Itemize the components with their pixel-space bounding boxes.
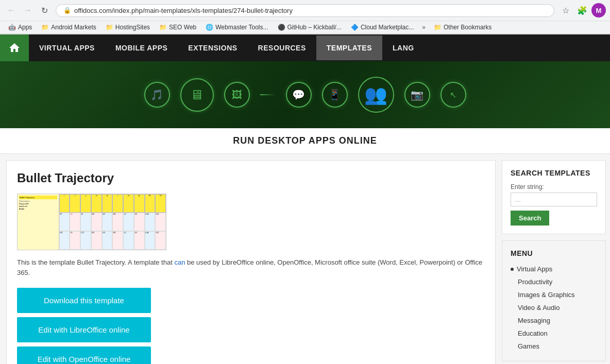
menu-label-games: Games	[518, 342, 539, 350]
hero-icon-music: 🎵	[144, 82, 170, 108]
menu-label-messaging: Messaging	[518, 317, 550, 324]
search-templates-title: SEARCH TEMPLATES	[511, 169, 597, 177]
bookmark-github-label: GitHub – Kickball/...	[287, 24, 342, 31]
lock-icon: 🔒	[63, 7, 71, 14]
apps-bookmark-icon: 🤖	[8, 24, 16, 31]
bookmark-cloud-label: Cloud Marketplac...	[361, 24, 414, 31]
sidebar: SEARCH TEMPLATES Enter string: Search ME…	[502, 154, 610, 364]
menu-item-games[interactable]: Games	[511, 340, 597, 353]
hero-icon-chat: 💬	[286, 82, 312, 108]
download-button[interactable]: Download this template	[17, 288, 151, 313]
bookmark-hosting-sites[interactable]: 📁 HostingSites	[101, 22, 154, 32]
github-bookmark-icon: ⚫	[278, 24, 285, 31]
menu-item-education[interactable]: Education	[511, 327, 597, 340]
forward-button[interactable]: →	[21, 3, 35, 18]
folder-bookmark-icon: 📁	[434, 24, 442, 31]
refresh-button[interactable]: ↻	[37, 3, 52, 18]
hero-icon-image: 🖼	[224, 82, 250, 108]
browser-toolbar: ← → ↻ 🔒 offidocs.com/index.php/main-temp…	[0, 0, 610, 21]
hero-icon-cursor: ↖	[440, 82, 466, 108]
bookmark-android-markets[interactable]: 📁 Android Markets	[37, 22, 100, 32]
search-button[interactable]: Search	[511, 211, 549, 226]
bookmarks-bar: 🤖 Apps 📁 Android Markets 📁 HostingSites …	[0, 21, 610, 34]
bookmark-seo-web[interactable]: 📁 SEO Web	[155, 22, 200, 32]
bookmark-seo-label: SEO Web	[169, 24, 196, 31]
bookmark-star-button[interactable]: ☆	[558, 3, 573, 18]
extension-button[interactable]: 🧩	[575, 3, 589, 18]
nav-virtual-apps[interactable]: Virtual Apps	[29, 36, 105, 60]
bookmark-other[interactable]: 📁 Other Bookmarks	[430, 22, 496, 32]
bookmark-android-markets-label: Android Markets	[51, 24, 96, 31]
menu-item-productivity[interactable]: Productivity	[511, 275, 597, 288]
home-icon	[8, 42, 21, 54]
bookmarks-more-button[interactable]: »	[419, 22, 429, 32]
bookmark-apps-label: Apps	[18, 24, 32, 31]
address-url: offidocs.com/index.php/main-templates/xl…	[74, 7, 293, 14]
nav-mobile-apps[interactable]: Mobile Apps	[105, 36, 178, 60]
address-bar[interactable]: 🔒 offidocs.com/index.php/main-templates/…	[56, 4, 554, 17]
hosting-bookmark-icon: 📁	[106, 24, 113, 31]
bookmark-webmaster[interactable]: 🌐 Webmaster Tools...	[201, 22, 272, 32]
menu-item-messaging[interactable]: Messaging	[511, 314, 597, 327]
nav-templates[interactable]: Templates	[316, 36, 382, 60]
search-templates-section: SEARCH TEMPLATES Enter string: Search	[502, 160, 606, 234]
profile-button[interactable]: M	[591, 3, 606, 18]
article-description: This is the template Bullet Trajectory. …	[17, 257, 485, 278]
edit-openoffice-button[interactable]: Edit with OpenOffice online	[17, 346, 151, 364]
bookmark-webmaster-label: Webmaster Tools...	[215, 24, 268, 31]
menu-label-images-graphics: Images & Graphics	[518, 291, 575, 299]
bookmark-hosting-sites-label: HostingSites	[115, 24, 150, 31]
menu-label-education: Education	[518, 330, 548, 337]
android-bookmark-icon: 📁	[41, 24, 49, 31]
menu-item-video-audio[interactable]: Video & Audio	[511, 301, 597, 314]
bookmark-other-label: Other Bookmarks	[444, 24, 492, 31]
nav-lang[interactable]: Lang	[382, 36, 425, 60]
menu-label-productivity: Productivity	[518, 278, 552, 286]
menu-label-virtual-apps: Virtual Apps	[517, 265, 552, 273]
nav-buttons: ← → ↻	[4, 3, 52, 18]
site-nav: Virtual Apps Mobile Apps Extensions Reso…	[0, 34, 610, 61]
bookmark-cloud[interactable]: 🔷 Cloud Marketplac...	[347, 22, 418, 32]
seo-bookmark-icon: 📁	[159, 24, 167, 31]
nav-extensions[interactable]: Extensions	[178, 36, 247, 60]
description-link[interactable]: can	[174, 258, 185, 266]
browser-chrome: ← → ↻ 🔒 offidocs.com/index.php/main-temp…	[0, 0, 610, 34]
webmaster-bookmark-icon: 🌐	[206, 24, 213, 31]
page-title: RUN DESKTOP APPS ONLINE	[0, 128, 610, 154]
back-button[interactable]: ←	[4, 3, 19, 18]
home-button[interactable]	[0, 34, 29, 61]
hero-icons: 🎵 🖥 🖼 💬 📱 👥 📷 ↖	[144, 77, 466, 113]
content-area: Bullet Trajectory Bullet Trajectory Para…	[6, 160, 496, 364]
menu-label-video-audio: Video & Audio	[518, 304, 560, 311]
menu-title: MENU	[511, 249, 597, 257]
nav-resources[interactable]: Resources	[248, 36, 316, 60]
hero-icon-camera: 📷	[404, 82, 430, 108]
hero-icon-phone: 📱	[322, 82, 348, 108]
hero-icon-people: 👥	[358, 77, 394, 113]
bookmark-github[interactable]: ⚫ GitHub – Kickball/...	[274, 22, 346, 32]
bookmark-apps[interactable]: 🤖 Apps	[4, 22, 36, 32]
hero-icon-monitor: 🖥	[180, 78, 214, 112]
template-preview: Bullet Trajectory Parameters: Drag coeff…	[17, 194, 166, 250]
edit-libreoffice-button[interactable]: Edit with LibreOffice online	[17, 317, 151, 342]
cloud-bookmark-icon: 🔷	[351, 24, 359, 31]
menu-item-virtual-apps[interactable]: Virtual Apps	[511, 263, 597, 275]
browser-actions: ☆ 🧩 M	[558, 3, 606, 18]
menu-section: MENU Virtual Apps Productivity Images & …	[502, 240, 606, 361]
search-label: Enter string:	[511, 183, 597, 190]
hero-connector-line	[260, 94, 276, 95]
search-input[interactable]	[511, 193, 597, 206]
menu-item-images-graphics[interactable]: Images & Graphics	[511, 288, 597, 301]
hero-banner: 🎵 🖥 🖼 💬 📱 👥 📷 ↖	[0, 61, 610, 128]
menu-dot-virtual-apps	[511, 268, 514, 271]
article-title: Bullet Trajectory	[17, 171, 485, 185]
main-layout: Bullet Trajectory Bullet Trajectory Para…	[0, 154, 610, 364]
